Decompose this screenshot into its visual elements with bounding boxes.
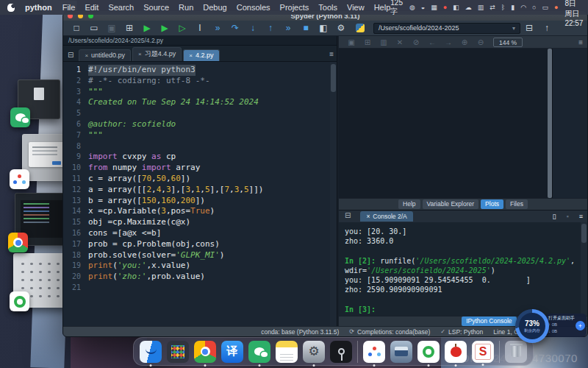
pane-tab-files[interactable]: Files bbox=[506, 199, 528, 209]
interrupt-kernel-icon[interactable]: ▪ bbox=[567, 213, 569, 220]
editor-options-menu-icon[interactable]: ≡ bbox=[329, 50, 334, 58]
chrome-badge-icon[interactable] bbox=[8, 233, 28, 252]
debug-file-icon[interactable]: » bbox=[209, 24, 226, 32]
browse-tabs-icon[interactable]: ⊟ bbox=[68, 51, 74, 59]
code-line-11[interactable]: 11c = array([70,50,60]) bbox=[63, 174, 329, 185]
maximize-pane-icon[interactable]: ◧ bbox=[315, 24, 332, 32]
stop-icon[interactable]: ■ bbox=[297, 24, 315, 32]
zoom-in-icon[interactable]: ⊕ bbox=[456, 38, 473, 46]
wechat-badge-icon[interactable] bbox=[10, 107, 30, 127]
code-line-5[interactable]: 5 bbox=[63, 108, 329, 119]
dock-icon-wechat[interactable] bbox=[248, 341, 270, 363]
active-app-name[interactable]: python bbox=[25, 3, 52, 12]
shapes-icon[interactable]: ◧ bbox=[453, 4, 459, 11]
editor-tab-untitled0.py[interactable]: ×untitled0.py bbox=[79, 49, 131, 61]
dock-icon-redapple[interactable] bbox=[445, 341, 467, 363]
continue-icon[interactable]: » bbox=[279, 24, 297, 32]
console-tab[interactable]: × Console 2/A bbox=[360, 211, 412, 222]
code-editor[interactable]: 1#!/usr/bin/env python32# -*- codiarng: … bbox=[63, 62, 337, 326]
plots-canvas[interactable] bbox=[339, 49, 587, 198]
plots-thumbnail-list[interactable] bbox=[552, 49, 587, 198]
browse-console-tabs-icon[interactable]: ⊟ bbox=[345, 211, 351, 219]
run-cell-icon[interactable]: ▶ bbox=[156, 24, 173, 32]
run-cell-advance-icon[interactable]: ▷ bbox=[173, 24, 191, 32]
conda-env-status[interactable]: conda: base (Python 3.11.5) bbox=[261, 328, 339, 336]
close-tab-icon[interactable]: × bbox=[138, 51, 142, 57]
code-line-14[interactable]: 14x =cp.Variable(3,pos=True) bbox=[63, 206, 329, 217]
dock-icon-chrome[interactable] bbox=[194, 341, 216, 363]
code-line-21[interactable]: 21 bbox=[63, 283, 329, 294]
menu-item-consoles[interactable]: Consoles bbox=[237, 3, 270, 12]
dock-icon-launchpad[interactable] bbox=[167, 341, 189, 363]
dock-icon-finder[interactable] bbox=[140, 341, 162, 363]
code-line-12[interactable]: 12a = array([[2,4,3],[3,1,5],[7,3,5]]) bbox=[63, 185, 329, 196]
menu-item-view[interactable]: View bbox=[347, 3, 365, 12]
menu-item-source[interactable]: Source bbox=[143, 3, 169, 12]
zoom-out-icon[interactable]: ⊖ bbox=[473, 38, 489, 46]
save-plot-icon[interactable]: ▣ bbox=[343, 38, 359, 46]
dock-icon-wps[interactable]: S bbox=[472, 341, 494, 363]
completions-status[interactable]: ⟳Completions: conda(base) bbox=[349, 328, 430, 336]
menu-item-search[interactable]: Search bbox=[108, 3, 134, 12]
close-tab-icon[interactable]: × bbox=[189, 52, 193, 59]
menu-item-file[interactable]: File bbox=[62, 3, 76, 12]
greenring-badge-icon[interactable] bbox=[10, 291, 29, 311]
mirror-icon[interactable]: ⇄ bbox=[490, 4, 495, 11]
remove-all-plots-icon[interactable]: ⊘ bbox=[408, 38, 424, 46]
dock-icon-translate[interactable]: 译 bbox=[221, 341, 243, 363]
bottom-tab-ipython-console[interactable]: IPython Console bbox=[462, 316, 516, 326]
plots-zoom-level[interactable]: 144 % bbox=[493, 38, 523, 47]
code-line-7[interactable]: 7""" bbox=[63, 130, 329, 141]
menu-item-debug[interactable]: Debug bbox=[203, 3, 226, 12]
dock-icon-screenshot[interactable] bbox=[390, 341, 412, 363]
close-icon[interactable]: × bbox=[366, 213, 370, 220]
preferences-icon[interactable]: ⚙ bbox=[332, 24, 350, 32]
code-line-6[interactable]: 6@author: scofieldo bbox=[63, 119, 329, 130]
search-icon[interactable]: ○ bbox=[532, 4, 536, 11]
code-line-13[interactable]: 13b = array([150,160,200]) bbox=[63, 196, 329, 207]
remove-plot-icon[interactable]: ✕ bbox=[392, 38, 408, 46]
save-all-icon[interactable]: ⊞ bbox=[121, 24, 138, 32]
code-line-16[interactable]: 16cons =[a@x <=b] bbox=[63, 228, 329, 239]
menu-datetime[interactable]: 12月8日 周日 22:57 bbox=[564, 0, 583, 27]
close-tab-icon[interactable]: × bbox=[85, 52, 88, 59]
code-line-8[interactable]: 8 bbox=[63, 141, 329, 152]
lsp-status[interactable]: ✓LSP: Python bbox=[440, 328, 483, 336]
dock-icon-keychain[interactable] bbox=[330, 341, 352, 363]
plots-options-menu-icon[interactable]: ≡ bbox=[578, 38, 583, 46]
copy-plot-icon[interactable]: ▥ bbox=[376, 38, 392, 46]
keyboard-icon[interactable]: ▦ bbox=[431, 4, 437, 11]
run-icon[interactable]: ▶ bbox=[138, 24, 156, 32]
status-dot-icon[interactable]: ● bbox=[554, 4, 558, 11]
battery-icon[interactable]: ▮ bbox=[511, 4, 514, 11]
previous-plot-icon[interactable]: ← bbox=[424, 38, 440, 46]
save-all-plots-icon[interactable]: ⊞ bbox=[359, 38, 376, 46]
new-file-icon[interactable]: □ bbox=[68, 24, 85, 32]
new-console-icon[interactable]: ▯ bbox=[553, 213, 556, 220]
pane-tab-plots[interactable]: Plots bbox=[481, 199, 503, 209]
step-into-icon[interactable]: ↓ bbox=[244, 24, 262, 32]
columns-icon[interactable]: ▥ bbox=[478, 4, 484, 11]
dock-icon-notes[interactable] bbox=[276, 341, 298, 363]
pane-tab-variable-explorer[interactable]: Variable Explorer bbox=[423, 199, 479, 209]
editor-scrollbar[interactable] bbox=[330, 62, 337, 326]
circle-icon[interactable]: ◍ bbox=[409, 4, 415, 11]
step-out-icon[interactable]: ↑ bbox=[262, 24, 279, 32]
mic-icon[interactable]: ◒ bbox=[421, 4, 425, 11]
menu-item-edit[interactable]: Edit bbox=[85, 3, 98, 12]
code-line-10[interactable]: 10from numpy import array bbox=[63, 163, 329, 174]
next-plot-icon[interactable]: → bbox=[440, 38, 456, 46]
menu-item-help[interactable]: Help bbox=[374, 3, 391, 12]
bluetooth-icon[interactable]: ᛒ bbox=[501, 4, 505, 11]
dock-icon-trash[interactable] bbox=[505, 341, 527, 363]
dock-icon-settings[interactable]: ⚙ bbox=[303, 341, 325, 363]
save-icon[interactable]: ▣ bbox=[103, 24, 121, 32]
pane-tab-help[interactable]: Help bbox=[398, 199, 420, 209]
open-file-icon[interactable]: ▭ bbox=[85, 24, 103, 32]
ipython-console[interactable]: you: [20. 30.]zho: 3360.0 In [2]: runfil… bbox=[339, 222, 587, 316]
cloud-icon[interactable]: ☁ bbox=[465, 4, 472, 11]
console-scrollbar[interactable] bbox=[581, 222, 587, 316]
code-line-3[interactable]: 3""" bbox=[63, 87, 329, 98]
editor-tab-习题4.4.py[interactable]: ×习题4.4.py bbox=[132, 47, 182, 61]
console-options-menu-icon[interactable]: ≡ bbox=[579, 213, 583, 220]
